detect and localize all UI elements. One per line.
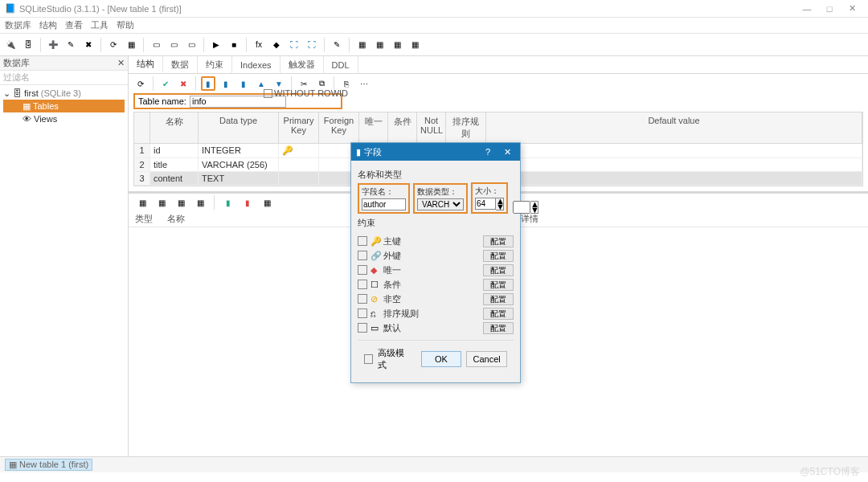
size-input[interactable] (475, 198, 496, 210)
tool-grid1-icon[interactable]: ▦ (354, 38, 369, 52)
checkbox[interactable] (358, 308, 367, 318)
checkbox[interactable] (358, 280, 367, 289)
tool-sql-icon[interactable]: ▭ (149, 38, 163, 52)
dialog-close-button[interactable]: ✕ (499, 147, 515, 157)
col-uni-header[interactable]: 唯一 (359, 112, 388, 143)
menu-view[interactable]: 查看 (65, 19, 83, 31)
checkbox[interactable] (358, 265, 367, 275)
col-pk-header[interactable]: Primary Key (279, 112, 319, 143)
config-button[interactable]: 配置 (483, 308, 514, 320)
checkbox[interactable] (358, 294, 367, 304)
tab-triggers[interactable]: 触发器 (280, 56, 324, 73)
close-button[interactable]: ✕ (841, 3, 863, 14)
bp-ic4[interactable]: ▦ (193, 195, 207, 210)
config-button[interactable]: 配置 (483, 235, 514, 247)
tb-delcol-icon[interactable]: ▮ (236, 76, 251, 91)
menu-help[interactable]: 帮助 (117, 19, 134, 31)
size-spinner[interactable]: ▲▼ (475, 198, 504, 210)
menu-structure[interactable]: 结构 (39, 19, 57, 31)
tool-db-icon[interactable]: 🗄 (21, 38, 35, 52)
bp-ic2[interactable]: ▦ (154, 195, 169, 210)
menu-tools[interactable]: 工具 (91, 19, 108, 31)
config-button[interactable]: 配置 (483, 322, 514, 334)
size2-input[interactable] (513, 201, 530, 214)
tab-constraints[interactable]: 约束 (198, 56, 232, 73)
spin-down-icon[interactable]: ▼ (496, 204, 503, 210)
config-button[interactable]: 配置 (483, 293, 514, 305)
bp-ic6[interactable]: ▮ (240, 195, 255, 210)
tree-views-node[interactable]: 👁 Views (3, 112, 125, 125)
bp-ic1[interactable]: ▦ (135, 195, 149, 210)
tool-table-icon[interactable]: ▦ (124, 38, 138, 52)
constraint-fk: 🔗外键配置 (358, 248, 514, 263)
minimize-button[interactable]: — (796, 4, 818, 14)
bp-col-type[interactable]: 类型 (135, 213, 167, 225)
ok-button[interactable]: OK (421, 351, 462, 367)
tool-edit-icon[interactable]: ✎ (63, 38, 78, 52)
cancel-button[interactable]: Cancel (466, 351, 507, 367)
tb-addcol-button[interactable]: ▮ (201, 76, 215, 91)
tool-grid2-icon[interactable]: ▦ (372, 38, 387, 52)
tool-add-icon[interactable]: ➕ (46, 38, 60, 52)
title-bar: 📘 SQLiteStudio (3.1.1) - [New table 1 (f… (0, 0, 868, 18)
config-button[interactable]: 配置 (483, 250, 514, 262)
tool-run-icon[interactable]: ▶ (209, 38, 223, 52)
tool-sql3-icon[interactable]: ▭ (184, 38, 199, 52)
tool-stop-icon[interactable]: ■ (227, 38, 241, 52)
tab-ddl[interactable]: DDL (324, 56, 358, 73)
bp-ic5[interactable]: ▮ (221, 195, 235, 210)
col-cond-header[interactable]: 条件 (388, 112, 417, 143)
tool-wand-icon[interactable]: ✎ (330, 38, 344, 52)
sidebar-close-icon[interactable]: ✕ (117, 58, 125, 68)
tb-commit-icon[interactable]: ✔ (158, 76, 173, 91)
menu-database[interactable]: 数据库 (5, 19, 31, 31)
sidebar-filter[interactable]: 过滤名 (0, 71, 128, 85)
status-tab[interactable]: ▦ New table 1 (first) (5, 459, 92, 471)
spin-down-icon[interactable]: ▼ (530, 207, 538, 213)
tool-connect-icon[interactable]: 🔌 (3, 38, 18, 52)
col-type-header[interactable]: Data type (199, 112, 279, 143)
tool-misc1-icon[interactable]: ◆ (269, 38, 284, 52)
dialog-titlebar[interactable]: ▮ 字段 ? ✕ (351, 143, 520, 161)
tool-misc3-icon[interactable]: ⛶ (305, 38, 319, 52)
tool-refresh-icon[interactable]: ⟳ (106, 38, 121, 52)
config-button[interactable]: 配置 (483, 279, 514, 291)
tool-grid3-icon[interactable]: ▦ (390, 38, 404, 52)
tab-structure[interactable]: 结构 (129, 56, 163, 73)
tool-misc2-icon[interactable]: ⛶ (287, 38, 301, 52)
advanced-checkbox[interactable] (364, 354, 373, 364)
tool-grid4-icon[interactable]: ▦ (407, 38, 422, 52)
data-type-select[interactable]: VARCHAR (417, 198, 464, 210)
bp-ic3[interactable]: ▦ (174, 195, 188, 210)
col-fk-header[interactable]: Foreign Key (319, 112, 359, 143)
col-not-header[interactable]: Not NULL (417, 112, 446, 143)
tool-fx-icon[interactable]: fx (252, 38, 266, 52)
tb-more-icon[interactable]: ⋯ (357, 76, 371, 91)
tb-editcol-icon[interactable]: ▮ (219, 76, 233, 91)
tree-db-node[interactable]: ⌄ 🗄 first (SQLite 3) (3, 87, 125, 100)
row-idx: 2 (134, 158, 150, 171)
tb-rollback-icon[interactable]: ✖ (176, 76, 190, 91)
tree-tables-node[interactable]: ▦ Tables (3, 100, 125, 112)
checkbox[interactable] (358, 323, 367, 333)
tab-indexes[interactable]: Indexes (232, 56, 280, 73)
tool-sql2-icon[interactable]: ▭ (166, 38, 181, 52)
checkbox[interactable] (358, 251, 367, 260)
col-name-header[interactable]: 名称 (150, 112, 199, 143)
checkbox[interactable] (358, 236, 367, 246)
tb-refresh-icon[interactable]: ⟳ (133, 76, 148, 91)
bp-col-detail[interactable]: 详情 (521, 213, 862, 225)
maximize-button[interactable]: □ (818, 4, 841, 14)
tool-del-icon[interactable]: ✖ (81, 38, 96, 52)
col-coll-header[interactable]: 排序规则 (446, 112, 486, 143)
dialog-title: 字段 (364, 146, 382, 158)
col-def-header[interactable]: Default value (486, 112, 862, 143)
without-rowid-check[interactable]: WITHOUT ROWID (264, 88, 348, 98)
tab-icon: ▦ (9, 460, 17, 469)
size2-spinner[interactable]: ▲▼ (513, 201, 538, 214)
config-button[interactable]: 配置 (483, 264, 514, 276)
dialog-help-button[interactable]: ? (480, 147, 496, 157)
tab-data[interactable]: 数据 (163, 56, 198, 73)
bp-ic7[interactable]: ▦ (260, 195, 274, 210)
field-name-input[interactable] (362, 198, 406, 210)
